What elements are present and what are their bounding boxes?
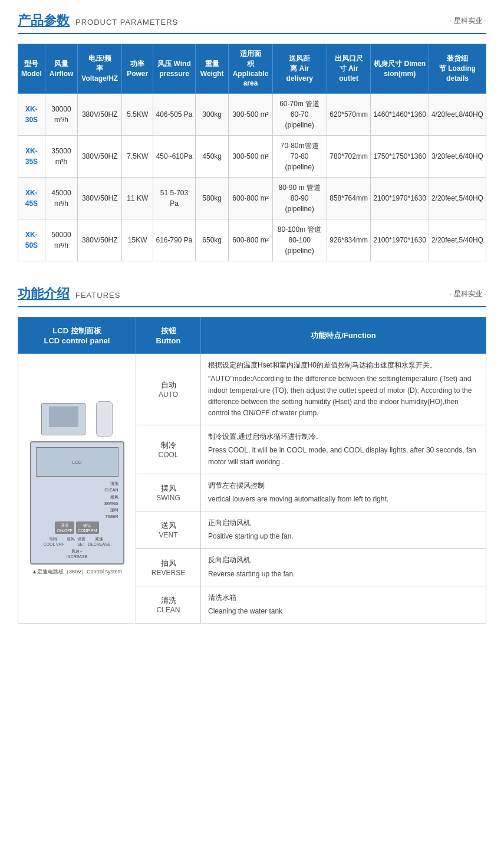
features-btn-5: 清洗CLEAN xyxy=(136,586,201,623)
col-area: 适用面积 Applicablearea xyxy=(229,44,272,94)
btn-cn-4: 抽风 xyxy=(143,558,193,569)
params-cell-0-4: 406-505 Pa xyxy=(153,94,196,136)
params-cell-2-0: XK-45S xyxy=(18,178,45,219)
func-en-0: "AUTO"mode:According to the difference b… xyxy=(208,373,479,419)
params-cell-1-10: 3/20feet,6/40HQ xyxy=(429,136,486,178)
section2-header: 功能介绍 FEATURES - 星科实业 - xyxy=(18,285,486,307)
btn-cn-2: 摆风 xyxy=(143,483,193,494)
params-cell-2-9: 2100*1970*1630 xyxy=(371,178,429,219)
params-cell-3-0: XK-50S xyxy=(18,219,45,261)
section2-brand: - 星科实业 - xyxy=(449,289,486,299)
section2-title-left: 功能介绍 FEATURES xyxy=(18,285,120,303)
params-cell-1-9: 1750*1750*1360 xyxy=(371,136,429,178)
label-set: 设置SET xyxy=(77,536,85,546)
remote-control xyxy=(96,401,113,437)
params-cell-3-2: 380V/50HZ xyxy=(78,219,122,261)
btn-en-2: SWING xyxy=(143,494,193,502)
lcd-panel-image: LCD 清洗CLEAN摆风SWING定时TIMER 开关ON/OFF 确认CON… xyxy=(30,401,124,576)
func-cn-0: 根据设定的温度Hset和室内湿度H0的差值控制马达输出速度和水泵开关。 xyxy=(208,360,479,371)
col-power: 功率 Power xyxy=(122,44,153,94)
btn-en-4: REVERSE xyxy=(143,569,193,577)
panel-caption: ▲定速电路板（380V）Control system xyxy=(30,568,124,576)
params-cell-3-5: 650kg xyxy=(195,219,229,261)
params-cell-2-5: 580kg xyxy=(195,178,229,219)
features-func-5: 清洗水箱Cleaning the water tank xyxy=(201,586,486,623)
params-row-2: XK-45S45000 m³/h380V/50HZ11 KW51 5-703 P… xyxy=(18,178,486,219)
params-cell-2-7: 80-90 m 管道 80-90 (pipeline) xyxy=(272,178,327,219)
col-wind: 风压 Windpressure xyxy=(153,44,196,94)
func-cn-1: 制冷设置,通过启动水循环进行制冷. xyxy=(208,431,479,442)
section2-title-en: FEATURES xyxy=(75,291,120,300)
lcd-side-labels: 清洗CLEAN摆风SWING定时TIMER xyxy=(104,480,118,520)
func-en-5: Cleaning the water tank xyxy=(208,606,479,617)
section1-title-en: PRODUCT PARAMETERS xyxy=(75,18,178,27)
btn-en-3: VENT xyxy=(143,531,193,539)
col-panel: LCD 控制面板LCD control panel xyxy=(18,317,136,354)
params-cell-3-7: 80-100m 管道 80-100 (pipeline) xyxy=(272,219,327,261)
col-weight: 重量 Weight xyxy=(195,44,229,94)
params-cell-3-10: 2/20feet,5/40HQ xyxy=(429,219,486,261)
params-cell-1-4: 450~610Pa xyxy=(153,136,196,178)
lcd-btn-onoff[interactable]: 开关ON/OFF xyxy=(55,521,74,534)
func-cn-4: 反向启动风机 xyxy=(208,555,479,566)
params-cell-2-1: 45000 m³/h xyxy=(45,178,77,219)
params-cell-1-7: 70-80m管道 70-80 (pipeline) xyxy=(272,136,327,178)
params-cell-1-6: 300-500 m² xyxy=(229,136,272,178)
lcd-label-row: 制冷COOL VRF 送风 设置SET 减速DECREASE 风速+INCREA… xyxy=(36,536,118,559)
params-row-1: XK-35S35000 m³h380V/50HZ7.5KW450~610Pa45… xyxy=(18,136,486,178)
params-cell-0-3: 5.5KW xyxy=(122,94,153,136)
params-cell-1-1: 35000 m³h xyxy=(45,136,77,178)
lcd-main-box: LCD 清洗CLEAN摆风SWING定时TIMER 开关ON/OFF 确认CON… xyxy=(30,441,124,565)
params-row-0: XK-30S30000 m³/h380V/50HZ5.5KW406-505 Pa… xyxy=(18,94,486,136)
section1-header: 产品参数 PRODUCT PARAMETERS - 星科实业 - xyxy=(18,12,486,34)
label-cool: 制冷COOL VRF xyxy=(43,536,64,546)
section1-title-cn: 产品参数 xyxy=(18,12,70,29)
btn-cn-5: 清洗 xyxy=(143,595,193,606)
features-table: LCD 控制面板LCD control panel 按钮Button 功能特点/… xyxy=(18,317,486,624)
params-cell-0-6: 300-500 m² xyxy=(229,94,272,136)
label-swing: 送风 xyxy=(67,536,75,546)
features-func-3: 正向启动风机Positive starting up the fan. xyxy=(201,511,486,549)
label-decrease: 减速DECREASE xyxy=(88,536,111,546)
btn-cn-1: 制冷 xyxy=(143,440,193,451)
params-cell-3-1: 50000 m³/h xyxy=(45,219,77,261)
btn-en-5: CLEAN xyxy=(143,606,193,614)
params-cell-2-10: 2/20feet,5/40HQ xyxy=(429,178,486,219)
params-table: 型号Model 风量Airflow 电压/频率 Voltage/HZ 功率 Po… xyxy=(18,44,486,261)
features-func-2: 调节左右摆风控制vertical louvers are moving auto… xyxy=(201,474,486,511)
func-en-4: Reverse starting up the fan. xyxy=(208,569,479,580)
params-cell-1-0: XK-35S xyxy=(18,136,45,178)
section2-title-cn: 功能介绍 xyxy=(18,285,70,303)
features-btn-2: 摆风SWING xyxy=(136,474,201,511)
params-cell-2-8: 858*764mm xyxy=(327,178,371,219)
features-func-1: 制冷设置,通过启动水循环进行制冷.Press COOL, it will be … xyxy=(201,425,486,474)
lcd-buttons-row: 开关ON/OFF 确认CONFIRM xyxy=(36,521,118,534)
params-cell-3-6: 600-800 m² xyxy=(229,219,272,261)
section1-brand: - 星科实业 - xyxy=(449,16,486,26)
lcd-panel-cell: LCD 清洗CLEAN摆风SWING定时TIMER 开关ON/OFF 确认CON… xyxy=(18,354,136,624)
features-btn-4: 抽风REVERSE xyxy=(136,549,201,586)
btn-cn-3: 送风 xyxy=(143,520,193,531)
params-cell-1-8: 780*702mm xyxy=(327,136,371,178)
lcd-btn-confirm[interactable]: 确认CONFIRM xyxy=(76,521,99,534)
func-cn-2: 调节左右摆风控制 xyxy=(208,480,479,491)
params-cell-2-3: 11 KW xyxy=(122,178,153,219)
params-cell-3-3: 15KW xyxy=(122,219,153,261)
col-loading: 装货细节 Loadingdetails xyxy=(429,44,486,94)
features-func-0: 根据设定的温度Hset和室内湿度H0的差值控制马达输出速度和水泵开关。"AUTO… xyxy=(201,354,486,425)
params-cell-1-3: 7.5KW xyxy=(122,136,153,178)
params-cell-0-7: 60-70m 管道 60-70 (pipeline) xyxy=(272,94,327,136)
params-cell-0-9: 1460*1460*1360 xyxy=(371,94,429,136)
params-cell-1-5: 450kg xyxy=(195,136,229,178)
section1-title-left: 产品参数 PRODUCT PARAMETERS xyxy=(18,12,178,29)
params-cell-1-2: 380V/50HZ xyxy=(78,136,122,178)
col-airflow: 风量Airflow xyxy=(45,44,77,94)
func-en-1: Press COOL, it will be in COOL mode, and… xyxy=(208,445,479,467)
params-cell-0-0: XK-30S xyxy=(18,94,45,136)
params-cell-0-5: 300kg xyxy=(195,94,229,136)
control-box-inner xyxy=(49,406,78,427)
params-header-row: 型号Model 风量Airflow 电压/频率 Voltage/HZ 功率 Po… xyxy=(18,44,486,94)
params-cell-2-2: 380V/50HZ xyxy=(78,178,122,219)
control-box xyxy=(41,403,85,435)
func-cn-3: 正向启动风机 xyxy=(208,517,479,529)
